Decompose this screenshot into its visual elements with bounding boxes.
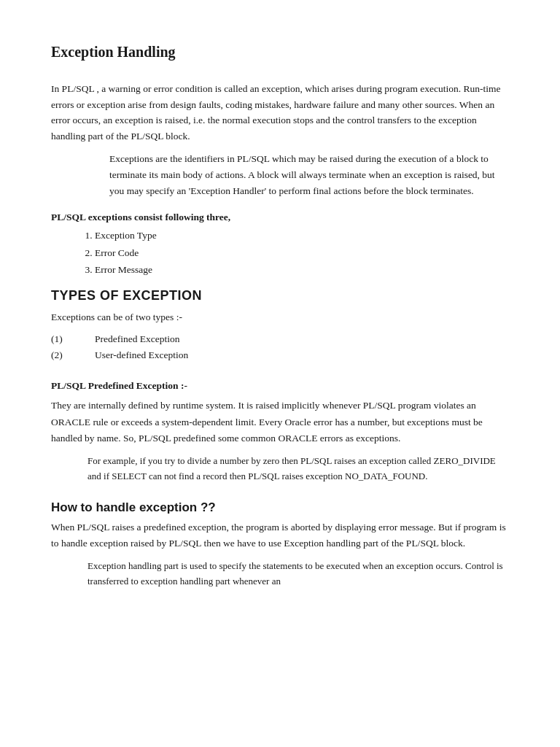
exception-num-1: (1)	[51, 331, 73, 348]
types-of-exception-heading: TYPES OF EXCEPTION	[51, 288, 509, 303]
exception-num-2: (2)	[51, 347, 73, 364]
page-title: Exception Handling	[51, 44, 509, 61]
predefined-subsection-title: PL/SQL Predefined Exception :-	[51, 380, 509, 392]
exception-types-list: (1) Predefined Exception (2) User-define…	[51, 331, 509, 365]
exceptions-two-types-label: Exceptions can be of two types :-	[51, 309, 509, 325]
handle-paragraph-2: Exception handling part is used to speci…	[51, 559, 509, 589]
how-to-handle-heading: How to handle exception ??	[51, 500, 509, 515]
userdefined-exception-label: User-defined Exception	[73, 347, 188, 364]
handle-paragraph-1: When PL/SQL raises a predefined exceptio…	[51, 519, 509, 552]
intro-paragraph-2: Exceptions are the identifiers in PL/SQL…	[51, 151, 509, 198]
intro-paragraph-1: In PL/SQL , a warning or error condition…	[51, 81, 509, 144]
exception-type-predefined: (1) Predefined Exception	[51, 331, 509, 348]
predefined-paragraph-2: For example, if you try to divide a numb…	[51, 454, 509, 484]
list-item-error-message: Error Message	[95, 262, 509, 278]
predefined-paragraph-1: They are internally defined by runtime s…	[51, 398, 509, 446]
predefined-exception-label: Predefined Exception	[73, 331, 180, 348]
exception-components-list: Exception Type Error Code Error Message	[95, 228, 509, 278]
plsql-consist-label: PL/SQL exceptions consist following thre…	[51, 212, 509, 223]
list-item-error-code: Error Code	[95, 245, 509, 261]
list-item-exception-type: Exception Type	[95, 228, 509, 244]
exception-type-userdefined: (2) User-defined Exception	[51, 347, 509, 364]
